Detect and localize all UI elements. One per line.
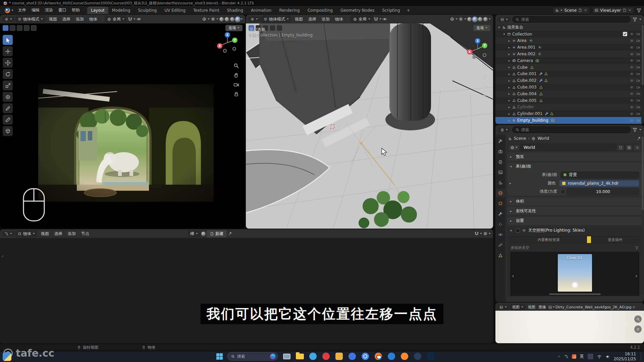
main-3d-canvas[interactable]: 用户透视 (-1) Collection | Empty_building Z … xyxy=(246,23,493,229)
outliner-row[interactable]: ▸ Empty_building xyxy=(495,117,641,124)
new-scene-icon[interactable] xyxy=(578,8,582,12)
viewport-menu-item[interactable]: 物体 xyxy=(332,15,346,23)
mode-selector[interactable]: 物体模式 xyxy=(261,16,291,23)
render-visibility-icon[interactable] xyxy=(636,59,640,62)
properties-scrollbar[interactable] xyxy=(642,136,644,210)
render-visibility-icon[interactable] xyxy=(636,65,640,69)
hide-eye-icon[interactable] xyxy=(630,105,634,109)
gizmo-neg-axis[interactable] xyxy=(223,49,227,53)
snap-magnet-icon[interactable] xyxy=(128,17,132,21)
annotate-tool[interactable] xyxy=(3,103,13,113)
workspace-tab[interactable]: Rendering xyxy=(275,7,304,14)
select-invert-icon[interactable] xyxy=(24,25,30,31)
qq-app[interactable] xyxy=(348,352,357,361)
steam-app[interactable] xyxy=(413,352,422,361)
sky-preview-thumbnail[interactable]: Clear 01 xyxy=(558,254,592,292)
gizmo-y-axis[interactable]: Y xyxy=(482,43,487,48)
more-addons-tab[interactable]: 更多插件 xyxy=(591,236,639,243)
workspace-tab[interactable]: Sculpting xyxy=(134,7,161,14)
close-scene-icon[interactable] xyxy=(584,8,587,12)
outliner-row[interactable]: ▸ Cylinder xyxy=(495,104,641,111)
render-visibility-icon[interactable] xyxy=(636,119,640,122)
workspace-tab[interactable]: Scripting xyxy=(378,7,404,14)
measure-tool[interactable] xyxy=(3,115,13,125)
menu-item[interactable]: 文件 xyxy=(15,6,29,14)
object-name[interactable]: Cylinder.001 xyxy=(517,111,542,116)
copy-datablock-icon[interactable] xyxy=(625,144,633,151)
add-workspace-button[interactable]: + xyxy=(404,7,413,13)
environment-texture-button[interactable]: rosendal_plains_2_4k.hdr xyxy=(559,180,639,187)
overlays-toggle-icon[interactable] xyxy=(483,231,488,236)
wifi-icon[interactable] xyxy=(597,354,602,359)
start-button[interactable] xyxy=(216,353,223,360)
menu-item[interactable]: 编辑 xyxy=(29,6,42,14)
viewport-menu-item[interactable]: 选择 xyxy=(60,15,73,23)
select-extend-icon[interactable] xyxy=(10,25,15,31)
render-visibility-icon[interactable] xyxy=(636,99,640,102)
object-name[interactable]: Cube xyxy=(517,65,528,70)
hide-eye-icon[interactable] xyxy=(630,59,634,62)
material-shading-icon[interactable] xyxy=(230,17,234,21)
properties-search[interactable] xyxy=(512,126,631,133)
blender-app[interactable] xyxy=(374,352,383,361)
outliner-display-mode[interactable] xyxy=(498,17,510,22)
viewport-menu-item[interactable]: 视图 xyxy=(292,15,306,23)
gizmo-y-axis[interactable]: Y xyxy=(232,38,237,43)
taskbar-search-input[interactable] xyxy=(237,354,264,359)
blender-menu-button[interactable] xyxy=(3,7,15,14)
gold-app[interactable] xyxy=(335,352,343,361)
sky-library-tab[interactable]: 内置教程资源 xyxy=(510,236,587,243)
tray-app-icon[interactable] xyxy=(565,355,568,358)
select-set-icon[interactable] xyxy=(3,25,8,31)
editor-type-button[interactable] xyxy=(248,17,260,22)
workspace-tab[interactable]: Modeling xyxy=(108,7,135,14)
sky-enable-checkbox[interactable] xyxy=(516,229,520,233)
editor-type-button[interactable] xyxy=(2,17,14,22)
wireframe-shading-icon[interactable] xyxy=(467,17,472,21)
camera-view-icon[interactable] xyxy=(482,84,488,89)
hide-eye-icon[interactable] xyxy=(630,85,634,89)
gizmo-x-axis[interactable]: X xyxy=(467,49,472,55)
shader-menu-item[interactable]: 选择 xyxy=(52,230,65,238)
sidebar-toggle-arrow[interactable]: ‹ xyxy=(2,253,4,259)
outliner-row[interactable]: ▸ Cube xyxy=(495,64,641,71)
preview-panel[interactable]: ▸预览 xyxy=(507,153,642,161)
shader-type-selector[interactable]: 物体 xyxy=(15,230,37,237)
volume-icon[interactable] xyxy=(605,354,610,359)
rotate-tool[interactable] xyxy=(3,69,13,79)
breadcrumb-world[interactable]: World xyxy=(537,136,549,141)
surface-shader-button[interactable]: 背景 xyxy=(560,172,639,178)
browse-image-icon[interactable] xyxy=(548,305,552,309)
ime-mode-icon[interactable] xyxy=(588,354,593,359)
image-canvas[interactable] xyxy=(495,311,644,343)
wireframe-shading-icon[interactable] xyxy=(219,17,224,21)
outliner-row[interactable]: ▾ Collection xyxy=(495,31,641,38)
shader-menu-item[interactable]: 视图 xyxy=(38,230,52,238)
outliner-search[interactable] xyxy=(512,16,631,23)
next-sky-arrow[interactable]: › xyxy=(635,272,638,279)
image-mode-selector[interactable]: 视图 xyxy=(510,304,526,310)
material-shading-icon[interactable] xyxy=(478,17,482,21)
outliner-row[interactable]: ▸ Cube.003 xyxy=(495,84,641,90)
new-viewlayer-icon[interactable] xyxy=(623,8,626,12)
render-visibility-icon[interactable] xyxy=(636,52,640,56)
pc-app[interactable] xyxy=(282,352,291,361)
chrome-app[interactable] xyxy=(361,352,370,361)
render-visibility-icon[interactable] xyxy=(636,92,640,96)
gizmo-toggle-icon[interactable] xyxy=(450,17,454,21)
select-invert-icon[interactable] xyxy=(270,25,275,31)
move-tool[interactable] xyxy=(3,58,13,68)
physics-tab[interactable] xyxy=(496,231,505,239)
workspace-tab[interactable]: Shading xyxy=(223,7,247,14)
outliner-row[interactable]: ▸ Area xyxy=(495,38,641,44)
pan-hand-icon[interactable] xyxy=(233,72,239,78)
navigation-gizmo[interactable]: Z X Y xyxy=(467,38,488,60)
object-name[interactable]: 场景集合 xyxy=(507,24,523,30)
viewport-menu-item[interactable]: 视图 xyxy=(46,15,60,23)
gizmo-neg-axis[interactable] xyxy=(483,53,486,57)
file-explorer-app[interactable] xyxy=(296,352,304,361)
snap-magnet-icon[interactable] xyxy=(474,231,479,236)
hide-eye-icon[interactable] xyxy=(630,79,634,82)
player-app[interactable] xyxy=(309,352,317,361)
object-name[interactable]: Cube.004 xyxy=(517,92,537,96)
